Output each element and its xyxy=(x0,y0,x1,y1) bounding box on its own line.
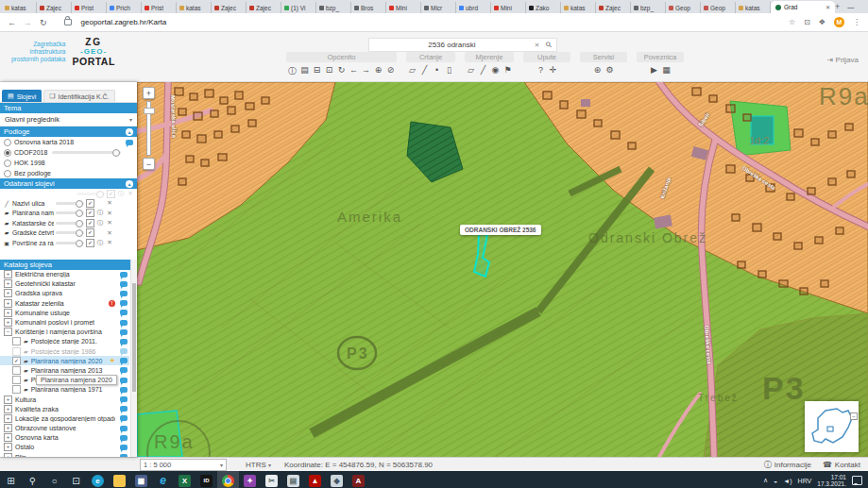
remove-layer-icon[interactable]: ✕ xyxy=(106,210,113,217)
expand-icon[interactable]: + xyxy=(4,424,12,432)
selected-layer-row[interactable]: ▣ Površine za raz... ✓ ⓘ ✕ xyxy=(0,238,137,248)
comment-bubble-icon[interactable] xyxy=(120,435,128,441)
comment-bubble-icon[interactable] xyxy=(120,406,128,412)
visibility-checkbox[interactable]: ✓ xyxy=(86,228,94,237)
comment-bubble-icon[interactable] xyxy=(120,454,128,457)
basemap-option[interactable]: Bez podloge xyxy=(0,168,137,178)
scale-select[interactable]: 1 : 5 000 ▾ xyxy=(140,459,227,471)
expand-icon[interactable]: + xyxy=(4,405,12,413)
back-icon[interactable]: ← xyxy=(8,18,16,27)
search-input[interactable]: 2536 odranski xyxy=(369,41,535,49)
search-icon[interactable]: ⚲ xyxy=(544,40,554,50)
radio-icon[interactable] xyxy=(4,160,11,167)
zoom-tool-icon[interactable]: ⊕ xyxy=(372,65,384,77)
comment-bubble-icon[interactable] xyxy=(120,378,128,383)
comment-bubble-icon[interactable] xyxy=(126,140,133,145)
taskbar-app-icon[interactable]: A xyxy=(348,471,369,488)
browser-tab[interactable]: Zako xyxy=(526,2,561,13)
katalog-item[interactable]: + Kvaliteta zraka xyxy=(0,404,129,413)
globe-icon[interactable]: ⊛ xyxy=(591,65,604,75)
expand-icon[interactable]: + xyxy=(4,270,12,278)
layer-checkbox[interactable] xyxy=(12,337,21,345)
comment-bubble-icon[interactable] xyxy=(120,358,128,363)
comment-bubble-icon[interactable] xyxy=(120,396,128,402)
forward-icon[interactable]: → xyxy=(24,18,32,27)
browser-tab[interactable]: (1) Vi xyxy=(281,2,316,13)
katalog-item[interactable]: ▰ Postojeće stanje 1986 xyxy=(0,346,129,356)
tema-select[interactable]: Glavni preglednik ▾ xyxy=(0,113,137,126)
taskbar-app-icon[interactable]: X xyxy=(174,471,196,488)
comment-bubble-icon[interactable] xyxy=(120,348,128,354)
browser-tab[interactable]: Prich xyxy=(107,2,142,13)
draw-polygon-icon[interactable]: ▱ xyxy=(406,65,418,75)
expand-icon[interactable]: + xyxy=(4,443,12,451)
measure-point-icon[interactable]: ◉ xyxy=(489,65,502,75)
refresh-icon[interactable]: ↻ xyxy=(335,65,348,77)
browser-tab[interactable]: katas xyxy=(561,2,596,13)
zoom-slider[interactable] xyxy=(146,101,151,156)
katalog-scrollbar[interactable] xyxy=(130,260,137,458)
taskbar-app-icon[interactable] xyxy=(109,471,130,488)
map-search-box[interactable]: 2536 odranski ✕ ⚲ xyxy=(368,38,557,52)
browser-tab[interactable]: Geop xyxy=(666,2,701,13)
page-tool-icon[interactable]: ⊡ xyxy=(804,18,810,26)
tab-slojevi[interactable]: ▤ Slojevi xyxy=(2,90,42,102)
info-link[interactable]: ⓘ Informacije xyxy=(764,460,811,470)
scrollbar-thumb[interactable] xyxy=(132,283,136,392)
brand-logo[interactable]: Zagrebačka infrastruktura prostornih pod… xyxy=(11,37,115,67)
disable-tool-icon[interactable]: ⊘ xyxy=(384,65,397,77)
katalog-item[interactable]: + Lokacije za gospodarenjem otpadom xyxy=(0,413,129,423)
taskbar-app-icon[interactable]: ▲ xyxy=(304,471,326,488)
expand-icon[interactable]: + xyxy=(4,299,12,308)
expand-icon[interactable]: + xyxy=(4,309,12,317)
layer-checkbox[interactable] xyxy=(12,347,21,356)
layer-info-icon[interactable]: ⓘ xyxy=(96,219,104,227)
measure-pin-icon[interactable]: ⚑ xyxy=(502,65,514,75)
visibility-checkbox[interactable]: ✓ xyxy=(86,199,94,208)
browser-tab[interactable]: Zajec xyxy=(212,2,247,13)
selected-layer-row[interactable]: ╱ Nazivi ulica ✓ ✕ xyxy=(0,198,137,209)
browser-tab[interactable]: Prist xyxy=(72,2,107,13)
collapse-icon[interactable]: ▴ xyxy=(126,180,133,188)
expand-icon[interactable]: + xyxy=(4,318,12,327)
screenshot-icon[interactable]: ⊡ xyxy=(323,65,335,77)
collapse-icon[interactable]: ▴ xyxy=(126,128,133,136)
taskbar-app-icon[interactable]: ▤ xyxy=(282,471,304,488)
delete-drawing-icon[interactable]: ▯ xyxy=(443,65,455,75)
legend-icon[interactable]: ▤ xyxy=(298,65,311,77)
tab-close-icon[interactable]: ✕ xyxy=(825,4,830,10)
comment-bubble-icon[interactable] xyxy=(120,445,128,450)
previous-extent-icon[interactable]: ← xyxy=(348,65,360,77)
taskbar-app-icon[interactable]: ◆ xyxy=(326,471,348,488)
taskbar-app-icon[interactable]: ⊞ xyxy=(0,471,22,488)
zoom-out-button[interactable]: − xyxy=(143,158,155,170)
lock-icon[interactable] xyxy=(64,19,72,25)
action-center-icon[interactable] xyxy=(852,476,862,485)
layer-info-icon[interactable]: ⓘ xyxy=(96,239,104,247)
layer-info-icon[interactable]: ⓘ xyxy=(96,209,104,217)
share-link-icon[interactable]: ▶ xyxy=(648,65,660,75)
url-text[interactable]: geoportal.zagreb.hr/Karta xyxy=(81,18,167,26)
katalog-item[interactable]: + Katastar zelenila ! xyxy=(0,298,129,308)
taskbar-app-icon[interactable]: ID xyxy=(196,471,217,488)
remove-layer-icon[interactable]: ✕ xyxy=(106,239,113,246)
window-minimize-icon[interactable]: — xyxy=(840,1,861,13)
network-icon[interactable]: ◒ xyxy=(774,478,777,484)
atlas-icon[interactable]: ▦ xyxy=(660,65,672,75)
comment-bubble-icon[interactable] xyxy=(120,339,128,345)
browser-tab-active[interactable]: Grad ✕ xyxy=(771,1,835,13)
selected-layer-row[interactable]: ▰ Planirana namje... ✓ ⓘ ✕ xyxy=(0,209,137,219)
taskbar-app-icon[interactable]: ✦ xyxy=(239,471,261,488)
help-icon[interactable]: ? xyxy=(535,65,547,75)
taskbar-app-icon[interactable]: ⊡ xyxy=(65,471,87,488)
taskbar-app-icon[interactable]: ⚲ xyxy=(22,471,43,488)
taskbar-clock[interactable]: 17:01 17.3.2021. xyxy=(817,474,846,488)
map-canvas[interactable]: Amerika Odranski Obrež P3 P3 R9a R9a Tre… xyxy=(137,82,868,457)
browser-tab[interactable]: Mini xyxy=(386,2,421,13)
browser-tab[interactable]: Mini xyxy=(491,2,526,13)
browser-tab[interactable]: katas xyxy=(736,2,771,13)
taskbar-app-icon[interactable] xyxy=(217,471,239,488)
katalog-item[interactable]: + Ostalo xyxy=(0,443,129,452)
selected-layer-row[interactable]: ▰ Katastarske čes... ✓ ⓘ ✕ xyxy=(0,218,137,228)
measure-line-icon[interactable]: ╱ xyxy=(477,65,489,75)
